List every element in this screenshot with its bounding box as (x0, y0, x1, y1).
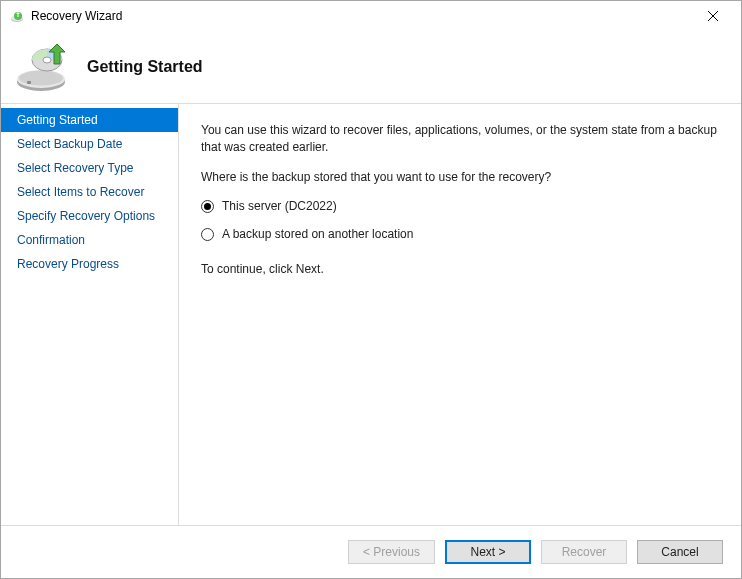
radio-icon (201, 200, 214, 213)
wizard-footer: < Previous Next > Recover Cancel (1, 525, 741, 578)
next-button[interactable]: Next > (445, 540, 531, 564)
continue-hint: To continue, click Next. (201, 261, 719, 278)
close-icon (708, 11, 718, 21)
option-this-server-label: This server (DC2022) (222, 198, 337, 215)
nav-step-select-items-to-recover[interactable]: Select Items to Recover (1, 180, 178, 204)
svg-rect-8 (27, 81, 31, 84)
nav-step-recovery-progress[interactable]: Recovery Progress (1, 252, 178, 276)
nav-step-getting-started[interactable]: Getting Started (1, 108, 178, 132)
option-this-server[interactable]: This server (DC2022) (201, 198, 719, 215)
svg-point-7 (19, 71, 63, 86)
recover-button: Recover (541, 540, 627, 564)
app-icon (9, 8, 25, 24)
intro-text: You can use this wizard to recover files… (201, 122, 719, 157)
wizard-content: You can use this wizard to recover files… (179, 104, 741, 525)
option-other-location-label: A backup stored on another location (222, 226, 413, 243)
nav-step-select-recovery-type[interactable]: Select Recovery Type (1, 156, 178, 180)
recovery-icon (13, 40, 73, 94)
nav-step-confirmation[interactable]: Confirmation (1, 228, 178, 252)
previous-button: < Previous (348, 540, 435, 564)
question-text: Where is the backup stored that you want… (201, 169, 719, 186)
cancel-button[interactable]: Cancel (637, 540, 723, 564)
wizard-body: Getting Started Select Backup Date Selec… (1, 104, 741, 525)
close-button[interactable] (693, 1, 733, 31)
wizard-header: Getting Started (1, 31, 741, 103)
nav-step-specify-recovery-options[interactable]: Specify Recovery Options (1, 204, 178, 228)
window-title: Recovery Wizard (31, 9, 693, 23)
option-other-location[interactable]: A backup stored on another location (201, 226, 719, 243)
radio-icon (201, 228, 214, 241)
page-title: Getting Started (87, 58, 203, 76)
nav-step-select-backup-date[interactable]: Select Backup Date (1, 132, 178, 156)
wizard-steps-nav: Getting Started Select Backup Date Selec… (1, 104, 179, 525)
titlebar: Recovery Wizard (1, 1, 741, 31)
svg-point-11 (43, 57, 51, 63)
